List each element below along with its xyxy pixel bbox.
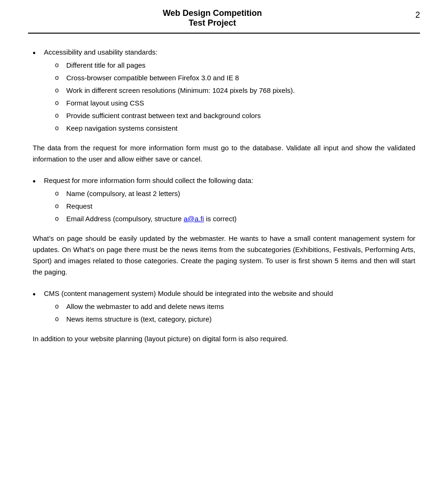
- header-title-main: Web Design Competition: [28, 8, 397, 18]
- page-header: Web Design Competition Test Project 2: [28, 0, 420, 34]
- sub-item-email-suffix: is correct): [204, 215, 237, 223]
- paragraph-database: The data from the request for more infor…: [33, 142, 415, 165]
- sub-item-contrast-text: Provide sufficient contrast between text…: [66, 112, 261, 119]
- sub-item-title: Different title for all pages: [53, 60, 415, 71]
- sub-item-request: Request: [53, 201, 415, 212]
- sub-item-add-delete-text: Allow the webmaster to add and delete ne…: [66, 302, 224, 310]
- sub-item-request-text: Request: [66, 202, 92, 210]
- sub-item-email: Email Address (compulsory, structure a@a…: [53, 213, 415, 224]
- accessibility-list: Accessibility and usability standards: D…: [33, 47, 415, 134]
- sub-item-news-structure: News items structure is (text, category,…: [53, 314, 415, 325]
- cms-list: CMS (content management system) Module s…: [33, 288, 415, 325]
- sub-item-name: Name (compulsory, at least 2 letters): [53, 188, 415, 199]
- accessibility-sub-list: Different title for all pages Cross-brow…: [53, 60, 415, 134]
- request-form-label: Request for more information form should…: [44, 176, 253, 184]
- sub-item-resolution: Work in different screen resolutions (Mi…: [53, 85, 415, 96]
- main-content: Accessibility and usability standards: D…: [28, 47, 420, 344]
- accessibility-label: Accessibility and usability standards:: [44, 48, 157, 56]
- request-form-item: Request for more information form should…: [33, 175, 415, 224]
- accessibility-item: Accessibility and usability standards: D…: [33, 47, 415, 134]
- sub-item-add-delete: Allow the webmaster to add and delete ne…: [53, 301, 415, 312]
- sub-item-browser: Cross-browser compatible between Firefox…: [53, 72, 415, 84]
- email-link[interactable]: a@a.fi: [183, 215, 204, 223]
- paragraph-planning: In addition to your website planning (la…: [33, 333, 415, 344]
- para2-text: What’s on page should be easily updated …: [33, 234, 415, 276]
- sub-item-css: Format layout using CSS: [53, 98, 415, 109]
- para3-text: In addition to your website planning (la…: [33, 335, 288, 343]
- header-title-sub: Test Project: [28, 18, 397, 28]
- sub-item-name-text: Name (compulsory, at least 2 letters): [66, 189, 180, 197]
- page-number: 2: [415, 8, 420, 20]
- sub-item-nav-text: Keep navigation systems consistent: [66, 124, 177, 132]
- sub-item-nav: Keep navigation systems consistent: [53, 123, 415, 134]
- sub-item-contrast: Provide sufficient contrast between text…: [53, 110, 415, 121]
- para1-text: The data from the request for more infor…: [33, 144, 415, 163]
- sub-item-title-text: Different title for all pages: [66, 61, 146, 69]
- page-container: Web Design Competition Test Project 2 Ac…: [0, 0, 448, 484]
- cms-sub-list: Allow the webmaster to add and delete ne…: [53, 301, 415, 325]
- sub-item-browser-text: Cross-browser compatible between Firefox…: [66, 74, 239, 82]
- request-form-list: Request for more information form should…: [33, 175, 415, 224]
- cms-item: CMS (content management system) Module s…: [33, 288, 415, 325]
- paragraph-whats-on: What’s on page should be easily updated …: [33, 233, 415, 278]
- cms-label: CMS (content management system) Module s…: [44, 289, 333, 297]
- sub-item-resolution-text: Work in different screen resolutions (Mi…: [66, 86, 295, 94]
- sub-item-email-prefix: Email Address (compulsory, structure: [66, 215, 183, 223]
- sub-item-css-text: Format layout using CSS: [66, 99, 144, 107]
- sub-item-news-structure-text: News items structure is (text, category,…: [66, 315, 211, 323]
- header-title: Web Design Competition Test Project: [28, 8, 397, 28]
- request-form-sub-list: Name (compulsory, at least 2 letters) Re…: [53, 188, 415, 224]
